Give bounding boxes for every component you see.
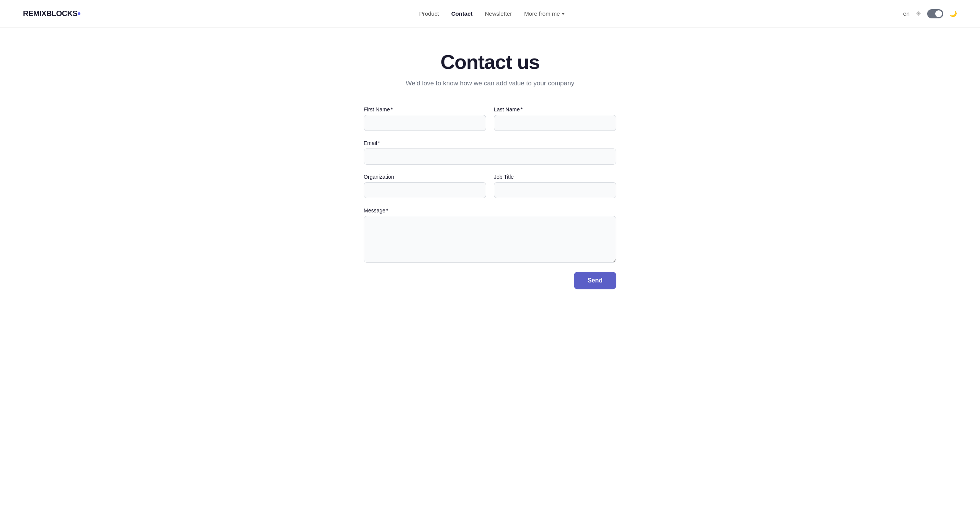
navbar: REMIXBLOCKS Product Contact Newsletter M…: [0, 0, 980, 28]
logo-dot: [78, 12, 80, 15]
sun-icon: ☀: [916, 10, 921, 17]
page-subtitle: We'd love to know how we can add value t…: [364, 80, 616, 87]
nav-more-label: More from me: [524, 10, 560, 17]
toggle-knob: [935, 10, 942, 17]
first-name-group: First Name*: [364, 106, 486, 131]
job-title-input[interactable]: [494, 182, 616, 198]
first-name-required: *: [390, 106, 392, 113]
contact-form: First Name* Last Name* Email* Organizati…: [364, 106, 616, 289]
page-title: Contact us: [364, 51, 616, 73]
nav-item-contact[interactable]: Contact: [451, 10, 473, 17]
nav-right: en ☀ 🌙: [903, 9, 957, 18]
last-name-input[interactable]: [494, 115, 616, 131]
nav-item-newsletter[interactable]: Newsletter: [485, 10, 512, 17]
job-title-label: Job Title: [494, 174, 616, 180]
main-content: Contact us We'd love to know how we can …: [356, 28, 624, 320]
org-job-row: Organization Job Title: [364, 174, 616, 198]
message-required: *: [386, 207, 388, 214]
last-name-group: Last Name*: [494, 106, 616, 131]
first-name-label: First Name*: [364, 106, 486, 113]
message-group: Message*: [364, 207, 616, 263]
logo-blocks-text: BLOCKS: [46, 9, 77, 18]
last-name-required: *: [521, 106, 523, 113]
first-name-input[interactable]: [364, 115, 486, 131]
nav-item-product[interactable]: Product: [419, 10, 439, 17]
dark-mode-toggle[interactable]: [927, 9, 943, 18]
language-selector[interactable]: en: [903, 10, 910, 17]
email-input[interactable]: [364, 149, 616, 165]
moon-icon: 🌙: [949, 10, 957, 17]
name-row: First Name* Last Name*: [364, 106, 616, 131]
organization-input[interactable]: [364, 182, 486, 198]
logo-remix-text: REMIX: [23, 9, 46, 18]
organization-group: Organization: [364, 174, 486, 198]
form-actions: Send: [364, 272, 616, 289]
send-button[interactable]: Send: [574, 272, 616, 289]
nav-contact-link[interactable]: Contact: [451, 10, 473, 17]
nav-newsletter-link[interactable]: Newsletter: [485, 10, 512, 17]
message-textarea[interactable]: [364, 216, 616, 263]
nav-more-dropdown[interactable]: More from me: [524, 10, 564, 17]
email-label: Email*: [364, 140, 616, 146]
nav-links: Product Contact Newsletter More from me: [419, 10, 565, 17]
last-name-label: Last Name*: [494, 106, 616, 113]
email-group: Email*: [364, 140, 616, 165]
toggle-switch[interactable]: [927, 9, 943, 18]
message-label: Message*: [364, 207, 616, 214]
nav-item-more[interactable]: More from me: [524, 10, 564, 17]
job-title-group: Job Title: [494, 174, 616, 198]
logo[interactable]: REMIXBLOCKS: [23, 9, 80, 18]
email-required: *: [378, 140, 380, 146]
chevron-down-icon: [562, 13, 565, 15]
nav-product-link[interactable]: Product: [419, 10, 439, 17]
organization-label: Organization: [364, 174, 486, 180]
